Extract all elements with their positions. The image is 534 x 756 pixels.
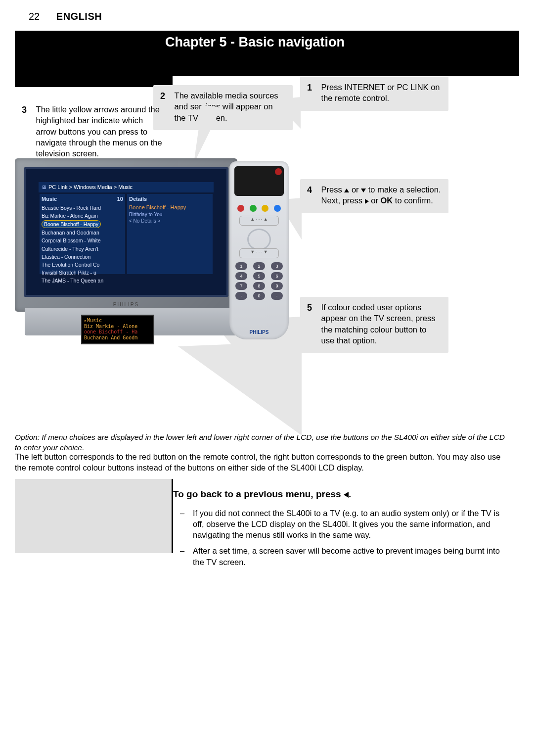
bullet-item: After a set time, a screen saver will be…: [173, 545, 506, 567]
yellow-button-icon: [262, 205, 268, 212]
keypad-key: 5: [253, 272, 265, 280]
illustration: 🖥 PC Link > Windows Media > Music Music1…: [15, 158, 292, 366]
page-number: 22: [29, 11, 40, 22]
language-label: ENGLISH: [56, 11, 102, 22]
text: or: [369, 196, 381, 205]
paragraph-1: The left button corresponds to the red b…: [15, 451, 506, 473]
tv-brand: PHILIPS: [113, 301, 139, 308]
selected-item: Boone Bischoff - Happy: [42, 220, 101, 228]
remote-colour-buttons: [237, 205, 281, 212]
keypad-key: 6: [271, 272, 283, 280]
keypad-row: 123: [235, 262, 283, 270]
callout-num: 5: [307, 302, 319, 314]
blue-button-icon: [274, 205, 281, 212]
list-item: Invisibl Skratch Piklz - u: [42, 269, 123, 277]
keypad-key: 2: [253, 262, 265, 270]
remote-brand: PHILIPS: [229, 329, 289, 336]
list-item: Corporal Blossom - White: [42, 236, 123, 244]
chapter-left-block: [15, 50, 173, 87]
callout-num: 3: [22, 104, 34, 116]
tv-right-pane: Details Boone Bischoff - Happy Birthday …: [127, 194, 213, 274]
keypad-key: ·: [235, 292, 247, 300]
tv-left-pane: Music10 Beastie Boys - Rock HardBiz Mark…: [40, 194, 125, 274]
callout-3: 3 The little yellow arrows around the hi…: [15, 99, 172, 166]
section2-bullets: If you did not connect the SL400i to a T…: [173, 508, 506, 567]
red-button-icon: [237, 205, 244, 212]
keypad-key: 1: [235, 262, 247, 270]
heading-text: .: [349, 489, 351, 499]
tv-content: 🖥 PC Link > Windows Media > Music Music1…: [39, 182, 214, 276]
keypad-key: 4: [235, 272, 247, 280]
pane-title: Details: [129, 195, 147, 203]
callout-num: 4: [307, 184, 319, 196]
keypad-key: 3: [271, 262, 283, 270]
list-item: Biz Markie - Alone Again: [42, 212, 123, 220]
pc-link-icon: 🖥: [42, 184, 46, 191]
detail-line-1: Boone Bischoff - Happy: [129, 204, 211, 211]
list-item: The JAMS - The Queen an: [42, 277, 123, 284]
power-button-icon: [275, 168, 282, 175]
page-header: 22 ENGLISH: [29, 10, 102, 23]
keypad-row: ·0·: [235, 292, 283, 300]
text: Press: [321, 185, 345, 194]
nav-up-bar: ▲ · · · ▲: [239, 216, 279, 226]
sl400i-lcd: ▸Music Biz Markie - Alone oone Bischoff …: [81, 315, 154, 344]
callout-text: The little yellow arrows around the high…: [36, 104, 165, 159]
lcd-line: ▸Music: [84, 318, 151, 324]
text: or: [349, 185, 361, 194]
pane-title: Music: [42, 195, 57, 203]
tv-music-list: Beastie Boys - Rock HardBiz Markie - Alo…: [42, 204, 123, 285]
nav-ring-icon: [247, 229, 271, 250]
remote-keypad: 123456789·0·: [235, 260, 283, 302]
callout-text: Press INTERNET or PC LINK on the remote …: [321, 82, 441, 104]
bullet-item: If you did not connect the SL400i to a T…: [173, 508, 506, 541]
list-item: Elastica - Connection: [42, 253, 123, 261]
lcd-line: Biz Markie - Alone: [84, 324, 151, 330]
chapter-title: Chapter 5 - Basic navigation: [165, 33, 345, 51]
callout-text: Press or to make a selection. Next, pres…: [321, 184, 441, 206]
pane-count: 10: [117, 195, 123, 203]
ok-label: OK: [380, 196, 393, 205]
right-arrow-icon: [365, 199, 369, 204]
remote-navpad: ▲ · · · ▲ ▼ · · · ▼: [239, 216, 279, 255]
heading-text: To go back to a previous menu, press: [173, 489, 344, 499]
green-button-icon: [250, 205, 257, 212]
callout-4: 4 Press or to make a selection. Next, pr…: [300, 179, 448, 213]
keypad-row: 789: [235, 282, 283, 290]
callout-5: 5 If colour coded user options appear on…: [300, 297, 448, 353]
lcd-line: Buchanan And Goodm: [84, 335, 151, 341]
lcd-line-highlight: oone Bischoff - Ha: [84, 329, 151, 335]
callout-num: 1: [307, 82, 319, 94]
list-item: The Evolution Control Co: [42, 261, 123, 269]
tv-frame: 🖥 PC Link > Windows Media > Music Music1…: [15, 158, 237, 312]
section2-heading: To go back to a previous menu, press .: [173, 488, 506, 501]
list-item: Boone Bischoff - Happy: [42, 220, 123, 229]
tv-breadcrumb: 🖥 PC Link > Windows Media > Music: [39, 182, 214, 192]
breadcrumb-text: PC Link > Windows Media > Music: [48, 184, 133, 191]
callout-text: If colour coded user options appear on t…: [321, 302, 441, 346]
nav-down-bar: ▼ · · · ▼: [239, 248, 279, 258]
down-arrow-icon: [361, 189, 366, 192]
section2-content: To go back to a previous menu, press . I…: [173, 479, 506, 572]
text: to confirm.: [393, 196, 433, 205]
list-item: Beastie Boys - Rock Hard: [42, 204, 123, 212]
keypad-key: ·: [271, 292, 283, 300]
keypad-row: 456: [235, 272, 283, 280]
list-item: Culturecide - They Aren't: [42, 245, 123, 253]
callout-2: 2 The available media sources and servic…: [153, 85, 293, 130]
callout-1: 1 Press INTERNET or PC LINK on the remot…: [300, 77, 448, 111]
keypad-key: 9: [271, 282, 283, 290]
list-item: Buchanan and Goodman: [42, 229, 123, 236]
option-note: Option: If menu choices are displayed in…: [15, 432, 506, 453]
left-arrow-icon: [344, 492, 349, 498]
detail-line-2: Birthday to You: [129, 211, 211, 218]
section2-left-block: [15, 479, 173, 553]
callout-text: The available media sources and services…: [175, 90, 285, 123]
tv-bezel: 🖥 PC Link > Windows Media > Music Music1…: [24, 167, 228, 297]
intro-text: > This is the basic way of navigating th…: [173, 53, 499, 66]
up-arrow-icon: [344, 189, 349, 192]
remote-control: ▲ · · · ▲ ▼ · · · ▼ 123456789·0· PHILIPS: [229, 161, 289, 339]
keypad-key: 0: [253, 292, 265, 300]
detail-line-3: < No Details >: [129, 218, 211, 225]
keypad-key: 8: [253, 282, 265, 290]
